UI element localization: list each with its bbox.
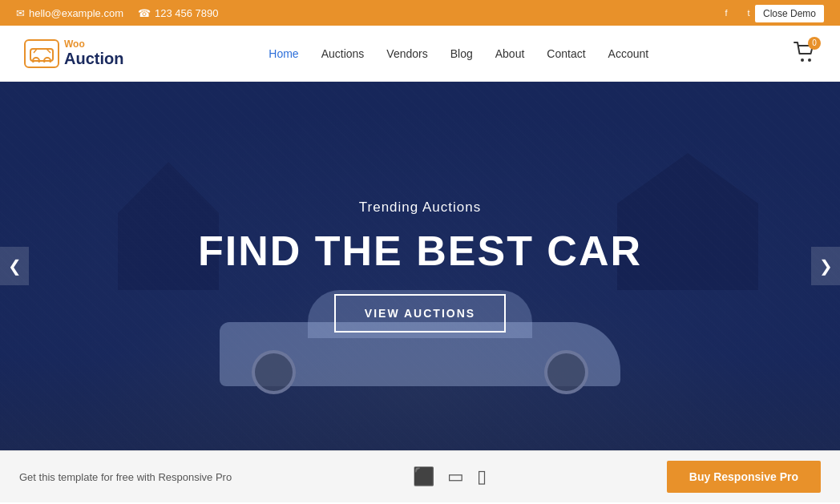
mobile-icon[interactable]: ▯ — [477, 466, 487, 487]
nav-home[interactable]: Home — [269, 47, 298, 60]
buy-responsive-pro-button[interactable]: Buy Responsive Pro — [667, 461, 821, 493]
cart-icon[interactable]: 0 — [794, 42, 816, 66]
nav-vendors[interactable]: Vendors — [386, 47, 427, 60]
cart-badge: 0 — [808, 37, 821, 50]
logo-woo: Woo — [64, 39, 123, 50]
nav-blog[interactable]: Blog — [450, 47, 473, 60]
email-item: ✉ hello@example.com — [16, 7, 123, 19]
hero-cta-button[interactable]: VIEW AUCTIONS — [334, 294, 506, 333]
logo-icon — [24, 39, 59, 68]
email-text: hello@example.com — [29, 7, 123, 19]
hero-prev-button[interactable]: ❮ — [0, 247, 29, 285]
phone-text: 123 456 7890 — [155, 7, 219, 19]
topbar-contact: ✉ hello@example.com ☎ 123 456 7890 — [16, 7, 219, 19]
close-demo-button[interactable]: Close Demo — [755, 5, 824, 22]
nav-links: Home Auctions Vendors Blog About Contact… — [269, 47, 648, 60]
tablet-icon[interactable]: ▭ — [447, 466, 464, 487]
logo-link[interactable]: Woo Auction — [24, 39, 123, 68]
svg-point-4 — [808, 58, 811, 62]
footer-bar: Get this template for free with Responsi… — [0, 450, 840, 502]
promo-text: Get this template for free with Responsi… — [19, 471, 232, 483]
svg-point-3 — [801, 58, 804, 62]
phone-item: ☎ 123 456 7890 — [138, 7, 219, 19]
hero-next-button[interactable]: ❯ — [811, 247, 840, 285]
facebook-icon[interactable]: f — [718, 5, 734, 21]
hero-section: ❮ Trending Auctions FIND THE BEST CAR VI… — [0, 82, 840, 450]
desktop-icon[interactable]: ⬛ — [413, 466, 434, 487]
device-switcher: ⬛ ▭ ▯ — [413, 466, 487, 487]
nav-contact[interactable]: Contact — [547, 47, 585, 60]
nav-account[interactable]: Account — [608, 47, 649, 60]
logo-auction: Auction — [64, 50, 123, 67]
hero-title: FIND THE BEST CAR — [198, 228, 642, 274]
navbar: Woo Auction Home Auctions Vendors Blog A… — [0, 26, 840, 82]
phone-icon: ☎ — [138, 7, 151, 19]
email-icon: ✉ — [16, 7, 25, 19]
nav-about[interactable]: About — [495, 47, 525, 60]
hero-content: Trending Auctions FIND THE BEST CAR VIEW… — [0, 82, 840, 450]
hero-subtitle: Trending Auctions — [359, 200, 481, 216]
nav-auctions[interactable]: Auctions — [321, 47, 365, 60]
logo-text: Woo Auction — [64, 39, 123, 67]
